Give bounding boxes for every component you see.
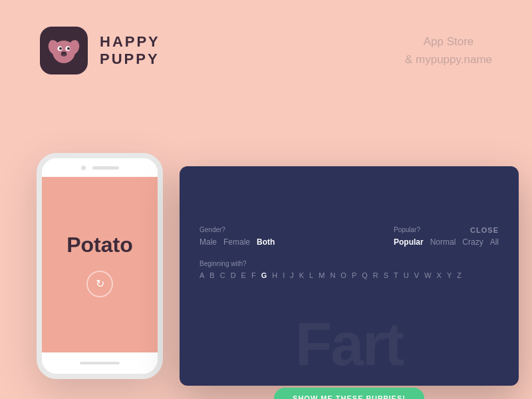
alpha-l[interactable]: L bbox=[309, 271, 313, 279]
laptop-mockup: CLOSE Fart Gender? Male Female Both Popu… bbox=[180, 166, 519, 386]
gender-male[interactable]: Male bbox=[200, 237, 217, 247]
svg-point-7 bbox=[61, 52, 66, 55]
refresh-button[interactable]: ↻ bbox=[86, 271, 113, 297]
alpha-p[interactable]: P bbox=[352, 271, 356, 279]
puppy-face-svg bbox=[47, 34, 80, 67]
alpha-x[interactable]: X bbox=[437, 271, 442, 279]
refresh-icon: ↻ bbox=[96, 277, 104, 290]
phone-bottom-bar bbox=[42, 352, 158, 374]
alphabet-section: Beginning with? ABCDEFGHIJKLMNOPQRSTUVWX… bbox=[200, 260, 499, 279]
alpha-f[interactable]: F bbox=[251, 271, 256, 279]
alpha-a[interactable]: A bbox=[200, 271, 204, 279]
beginning-label: Beginning with? bbox=[200, 260, 499, 267]
alpha-k[interactable]: K bbox=[299, 271, 304, 279]
alpha-e[interactable]: E bbox=[241, 271, 246, 279]
laptop-screen-content: CLOSE Fart Gender? Male Female Both Popu… bbox=[200, 226, 499, 399]
alpha-v[interactable]: V bbox=[414, 271, 419, 279]
svg-point-6 bbox=[67, 47, 70, 50]
gender-label: Gender? bbox=[200, 226, 275, 233]
popular-all[interactable]: All bbox=[490, 237, 499, 247]
close-button[interactable]: CLOSE bbox=[470, 226, 499, 234]
logo-line1: HAPPY bbox=[100, 33, 160, 51]
alpha-o[interactable]: O bbox=[340, 271, 346, 279]
app-store-info: App Store & mypuppy.name bbox=[405, 33, 492, 68]
header: HAPPY PUPPY App Store & mypuppy.name bbox=[0, 0, 532, 74]
popular-normal[interactable]: Normal bbox=[430, 237, 456, 247]
alpha-z[interactable]: Z bbox=[457, 271, 462, 279]
alpha-b[interactable]: B bbox=[209, 271, 214, 279]
phone-speaker bbox=[92, 166, 119, 170]
alpha-s[interactable]: S bbox=[384, 271, 388, 279]
phone-screen: Potato ↻ bbox=[42, 177, 158, 352]
app-store-line1: App Store bbox=[405, 33, 492, 51]
alpha-w[interactable]: W bbox=[424, 271, 431, 279]
alpha-h[interactable]: H bbox=[272, 271, 277, 279]
popular-options: Popular Normal Crazy All bbox=[394, 237, 499, 247]
phone-top-bar bbox=[42, 158, 158, 177]
gender-female[interactable]: Female bbox=[223, 237, 250, 247]
gender-filter-group: Gender? Male Female Both bbox=[200, 226, 275, 247]
alpha-y[interactable]: Y bbox=[447, 271, 452, 279]
alpha-c[interactable]: C bbox=[220, 271, 225, 279]
home-indicator bbox=[80, 362, 120, 364]
phone-camera bbox=[81, 166, 86, 170]
logo-line2: PUPPY bbox=[100, 51, 160, 68]
popular-popular[interactable]: Popular bbox=[394, 237, 424, 247]
alpha-t[interactable]: T bbox=[394, 271, 398, 279]
logo-text: HAPPY PUPPY bbox=[100, 33, 160, 68]
alpha-r[interactable]: R bbox=[373, 271, 378, 279]
show-puppies-button[interactable]: SHOW ME THESE PUPPIES! bbox=[274, 388, 424, 399]
alpha-i[interactable]: I bbox=[283, 271, 285, 279]
alphabet-row: ABCDEFGHIJKLMNOPQRSTUVWXYZ bbox=[200, 271, 499, 279]
phone-mockup: Potato ↻ bbox=[37, 153, 163, 379]
dog-name: Potato bbox=[66, 233, 133, 257]
app-store-line2: & mypuppy.name bbox=[405, 51, 492, 68]
svg-point-5 bbox=[59, 47, 62, 50]
alpha-u[interactable]: U bbox=[404, 271, 409, 279]
alpha-q[interactable]: Q bbox=[362, 271, 368, 279]
gender-both[interactable]: Both bbox=[257, 237, 275, 247]
alpha-g[interactable]: G bbox=[261, 271, 267, 279]
popular-crazy[interactable]: Crazy bbox=[462, 237, 483, 247]
alpha-j[interactable]: J bbox=[290, 271, 294, 279]
logo-area: HAPPY PUPPY bbox=[40, 27, 160, 74]
alpha-d[interactable]: D bbox=[231, 271, 236, 279]
app-logo-icon bbox=[40, 27, 88, 74]
gender-options: Male Female Both bbox=[200, 237, 275, 247]
alpha-m[interactable]: M bbox=[319, 271, 325, 279]
alpha-n[interactable]: N bbox=[330, 271, 335, 279]
filter-section: Gender? Male Female Both Popular? Popula… bbox=[200, 226, 499, 247]
background-word: Fart bbox=[295, 311, 403, 379]
